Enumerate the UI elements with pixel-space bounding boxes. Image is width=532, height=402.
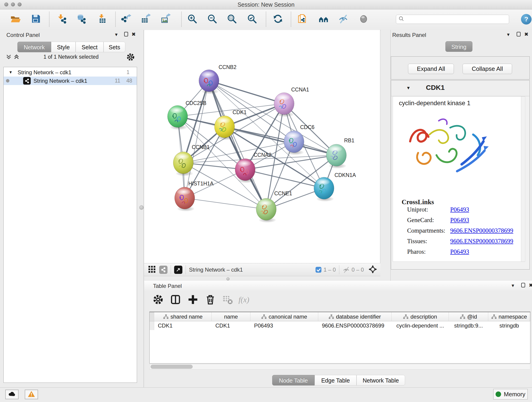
show-columns-button[interactable] [170, 294, 181, 306]
zoom-out-button[interactable] [206, 13, 218, 25]
network-canvas[interactable]: CCNB2CCNA1CDC25BCDK1CDC6RB1CCNB1CCNA2CDK… [144, 30, 380, 263]
float-panel-icon[interactable] [517, 32, 520, 36]
crosslink-value-link[interactable]: P06493 [450, 206, 469, 213]
import-table-from-file-button[interactable] [96, 13, 108, 25]
close-panel-icon[interactable]: ✖ [529, 283, 532, 288]
float-panel-icon[interactable] [521, 283, 525, 287]
import-network-from-file-button[interactable] [56, 13, 68, 25]
float-panel-icon[interactable] [124, 32, 128, 36]
grid-view-icon[interactable] [148, 265, 156, 274]
tree-expand-icon[interactable]: ▼ [9, 70, 13, 75]
crosslink-value-link[interactable]: 9606.ENSP00000378699 [450, 227, 513, 234]
save-session-button[interactable] [30, 13, 42, 25]
help-button[interactable]: ? [521, 14, 532, 25]
column-header-description[interactable]: description [392, 312, 449, 321]
string-document-button[interactable] [297, 13, 308, 25]
scrollbar-thumb[interactable] [151, 365, 193, 369]
network-node-rb1[interactable]: RB1 [326, 138, 355, 168]
table-cell[interactable]: P06493 [250, 321, 318, 330]
search-input[interactable] [396, 15, 509, 24]
hidden-eye-slash-icon[interactable] [342, 266, 350, 274]
tab-network[interactable]: Network [17, 42, 51, 52]
open-in-window-icon[interactable] [174, 266, 182, 274]
collapse-all-button[interactable]: Collapse All [462, 64, 512, 74]
tab-edge-table[interactable]: Edge Table [315, 375, 356, 385]
network-options-gear-icon[interactable] [127, 53, 135, 62]
network-collection-row[interactable]: ▼ String Network – cdk1 1 [4, 68, 137, 77]
open-session-button[interactable] [9, 13, 21, 25]
pan-crosshair-icon[interactable] [368, 265, 377, 274]
network-edge[interactable] [209, 81, 266, 209]
tab-sets[interactable]: Sets [104, 42, 125, 52]
network-node-cdc25b[interactable]: CDC25B [167, 100, 206, 130]
network-node-cdk1[interactable]: CDK1 [215, 109, 247, 140]
table-settings-button[interactable] [152, 294, 164, 306]
delete-table-button[interactable] [222, 294, 234, 306]
close-panel-icon[interactable]: ✖ [524, 32, 528, 37]
network-node-ccnb1[interactable]: CCNB1 [173, 144, 210, 176]
tab-string[interactable]: String [445, 41, 472, 52]
table-horizontal-scrollbar[interactable] [149, 364, 530, 370]
network-edge[interactable] [245, 170, 324, 188]
gene-header-row[interactable]: ▼ CDK1 [391, 80, 530, 96]
column-header-namespace[interactable]: namespace [488, 312, 530, 321]
delete-columns-button[interactable] [204, 294, 216, 306]
tab-node-table[interactable]: Node Table [272, 375, 315, 385]
horizontal-splitter-handle[interactable] [226, 277, 230, 281]
collapse-panel-icon[interactable]: ▾ [115, 32, 118, 37]
column-header--id[interactable]: @id [449, 312, 488, 321]
crosslink-value-link[interactable]: P06493 [450, 217, 469, 224]
network-node-ccna1[interactable]: CCNA1 [274, 87, 309, 117]
network-edge[interactable] [209, 81, 284, 104]
birds-eye-button[interactable] [358, 13, 370, 25]
apply-layout-button[interactable] [272, 13, 284, 25]
table-cell[interactable]: CDK1 [212, 321, 250, 330]
network-node-hist1h1a[interactable]: HIST1H1A [175, 181, 214, 211]
warning-button[interactable] [25, 390, 38, 399]
left-splitter-handle[interactable] [139, 205, 144, 210]
close-panel-icon[interactable]: ✖ [132, 32, 136, 37]
import-network-from-database-button[interactable] [75, 13, 87, 25]
tab-style[interactable]: Style [51, 42, 76, 52]
tab-network-table[interactable]: Network Table [356, 375, 405, 385]
export-table-button[interactable] [140, 13, 152, 25]
network-node-cdkn1a[interactable]: CDKN1A [314, 172, 356, 201]
table-cell[interactable]: 9606.ENSP00000378699 [318, 321, 392, 330]
crosslink-value-link[interactable]: P06493 [450, 248, 469, 255]
network-edge[interactable] [185, 198, 266, 209]
hide-labels-button[interactable] [337, 13, 349, 25]
expand-all-button[interactable]: Expand All [408, 64, 454, 74]
memory-button[interactable]: Memory [493, 389, 528, 400]
export-network-button[interactable] [120, 13, 132, 25]
expand-all-networks-icon[interactable] [13, 54, 20, 61]
gene-collapse-icon[interactable]: ▼ [406, 85, 411, 90]
network-edge[interactable] [225, 127, 336, 155]
table-cell[interactable]: CDK1 [154, 321, 212, 330]
column-header-shared-name[interactable]: shared name [154, 312, 212, 321]
tab-select[interactable]: Select [76, 42, 104, 52]
table-cell[interactable]: stringdb [488, 321, 530, 330]
zoom-fit-button[interactable] [226, 13, 238, 25]
column-header-canonical-name[interactable]: canonical name [250, 312, 318, 321]
collapse-panel-icon[interactable]: ▾ [512, 283, 514, 288]
network-node-ccne1[interactable]: CCNE1 [256, 191, 292, 223]
table-row[interactable]: CDK1CDK1P064939606.ENSP00000378699cyclin… [150, 321, 530, 330]
cloud-button[interactable] [5, 390, 19, 399]
network-node-ccnb2[interactable]: CCNB2 [199, 64, 236, 94]
results-scrollbar[interactable] [521, 96, 525, 262]
collapse-panel-icon[interactable]: ▾ [507, 32, 510, 37]
collapse-all-networks-icon[interactable] [6, 54, 12, 61]
crosslink-value-link[interactable]: 9606.ENSP00000378699 [450, 238, 513, 245]
column-header-database-identifier[interactable]: database identifier [318, 312, 392, 321]
export-image-button[interactable] [160, 13, 172, 25]
table-cell[interactable]: stringdb:9... [449, 321, 488, 330]
zoom-in-button[interactable] [186, 13, 198, 25]
home-pathways-button[interactable] [317, 13, 329, 25]
function-builder-button[interactable]: f(x) [239, 295, 249, 304]
network-share-toggle-icon[interactable] [159, 266, 167, 274]
selected-checkbox-icon[interactable] [315, 267, 322, 273]
zoom-selected-button[interactable] [246, 13, 258, 25]
column-header-name[interactable]: name [212, 312, 250, 321]
network-row[interactable]: String Network – cdk1 11 48 [4, 77, 137, 85]
create-column-button[interactable] [187, 294, 199, 306]
